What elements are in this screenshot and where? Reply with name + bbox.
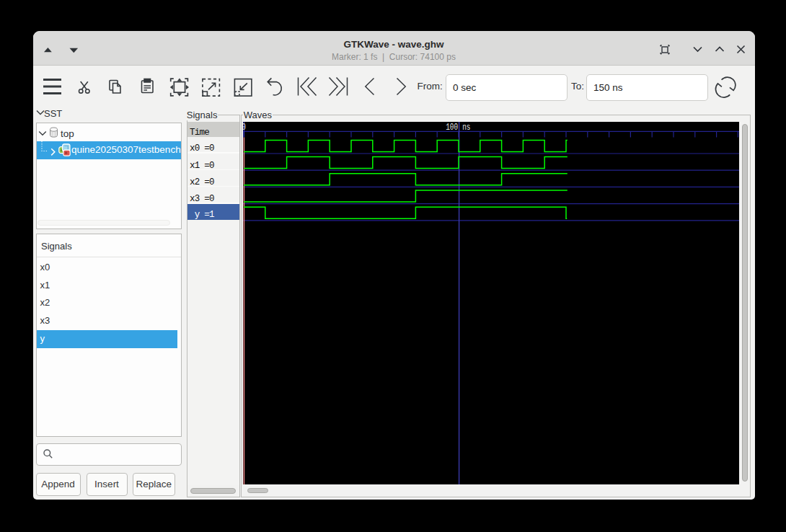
svg-text:ns: ns: [462, 123, 470, 133]
svg-text:0: 0: [243, 123, 246, 133]
svg-text:100: 100: [446, 123, 458, 133]
